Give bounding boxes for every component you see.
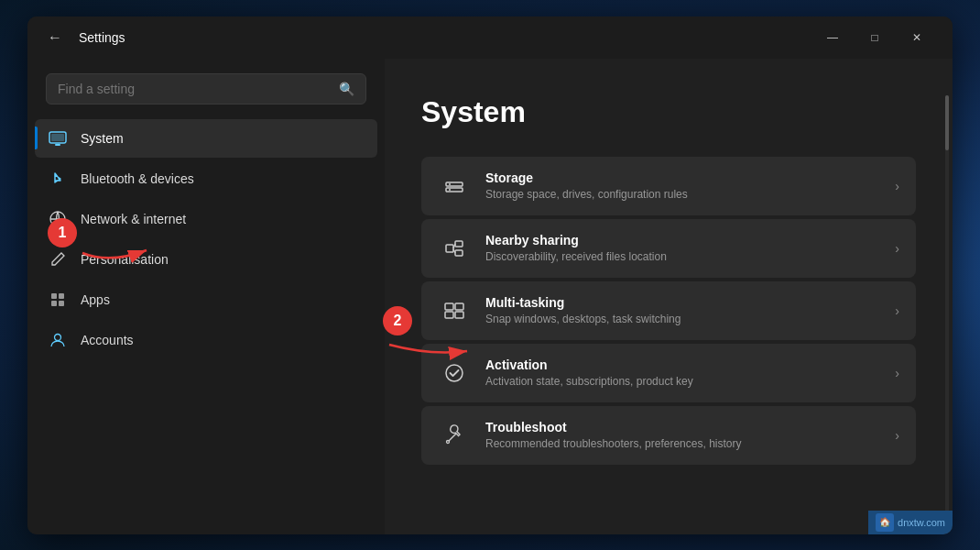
svg-rect-5	[59, 293, 64, 299]
sidebar-item-bluetooth[interactable]: Bluetooth & devices	[35, 160, 377, 198]
svg-point-8	[55, 334, 61, 340]
watermark: 🏠 dnxtw.com	[868, 511, 953, 534]
nearby-sharing-chevron: ›	[895, 241, 899, 256]
titlebar-controls: — □ ✕	[811, 21, 938, 54]
badge-2: 2	[383, 306, 412, 336]
multi-tasking-desc: Snap windows, desktops, task switching	[485, 313, 880, 325]
close-button[interactable]: ✕	[896, 21, 938, 54]
sidebar-label-bluetooth: Bluetooth & devices	[81, 171, 194, 186]
svg-rect-15	[455, 250, 463, 256]
apps-icon	[48, 290, 68, 310]
storage-title: Storage	[485, 170, 880, 185]
nav-items: System Bluetooth & devices	[27, 119, 385, 534]
multi-tasking-chevron: ›	[895, 303, 899, 318]
setting-item-storage[interactable]: Storage Storage space, drives, configura…	[421, 157, 916, 215]
svg-rect-13	[446, 245, 453, 252]
nearby-sharing-desc: Discoverability, received files location	[485, 250, 880, 263]
maximize-button[interactable]: □	[854, 21, 896, 54]
storage-text: Storage Storage space, drives, configura…	[485, 170, 880, 201]
setting-item-nearby-sharing[interactable]: Nearby sharing Discoverability, received…	[421, 219, 916, 278]
accounts-icon	[48, 330, 68, 350]
svg-point-20	[446, 365, 463, 381]
titlebar-left: ← Settings	[42, 25, 811, 50]
content-area: 🔍 System	[27, 59, 953, 534]
troubleshoot-chevron: ›	[895, 428, 899, 443]
sidebar-item-network[interactable]: Network & internet	[35, 200, 377, 238]
setting-item-multi-tasking[interactable]: Multi-tasking Snap windows, desktops, ta…	[421, 281, 916, 340]
sidebar-label-accounts: Accounts	[81, 333, 134, 347]
sidebar-item-personalisation[interactable]: Personalisation	[35, 240, 377, 279]
sidebar-item-accounts[interactable]: Accounts	[35, 321, 377, 359]
search-container: 🔍	[27, 66, 385, 119]
back-button[interactable]: ←	[42, 25, 68, 50]
storage-desc: Storage space, drives, configuration rul…	[485, 188, 880, 201]
svg-rect-7	[59, 301, 64, 306]
multi-tasking-icon	[438, 294, 471, 327]
minimize-button[interactable]: —	[811, 21, 854, 54]
watermark-text: dnxtw.com	[898, 517, 945, 528]
main-content: System Storage Storage space,	[385, 59, 953, 534]
sidebar-item-system[interactable]: System	[35, 119, 377, 158]
sidebar-label-apps: Apps	[81, 292, 110, 307]
setting-item-troubleshoot[interactable]: Troubleshoot Recommended troubleshooters…	[421, 406, 916, 465]
bluetooth-icon	[48, 169, 68, 189]
svg-rect-2	[51, 134, 64, 141]
badge-1: 1	[48, 218, 77, 248]
window-title: Settings	[79, 30, 125, 45]
nearby-sharing-icon	[438, 232, 471, 265]
nearby-sharing-title: Nearby sharing	[485, 233, 880, 248]
troubleshoot-text: Troubleshoot Recommended troubleshooters…	[485, 420, 880, 450]
svg-rect-6	[51, 301, 57, 306]
search-icon: 🔍	[339, 82, 354, 96]
personalisation-icon	[48, 249, 68, 270]
search-input[interactable]	[58, 82, 330, 96]
troubleshoot-icon	[438, 419, 471, 452]
svg-rect-17	[455, 303, 463, 310]
svg-rect-19	[455, 312, 463, 318]
system-icon	[48, 128, 68, 148]
svg-rect-16	[445, 303, 453, 310]
activation-text: Activation Activation state, subscriptio…	[485, 358, 880, 388]
watermark-icon: 🏠	[876, 513, 894, 532]
troubleshoot-desc: Recommended troubleshooters, preferences…	[485, 437, 880, 450]
sidebar-label-network: Network & internet	[81, 212, 186, 226]
svg-rect-14	[455, 241, 463, 247]
svg-rect-10	[446, 188, 463, 192]
svg-rect-4	[51, 293, 57, 299]
sidebar: 🔍 System	[27, 59, 385, 534]
activation-icon	[438, 357, 471, 390]
page-title: System	[421, 95, 916, 129]
svg-point-21	[447, 440, 450, 443]
activation-desc: Activation state, subscriptions, product…	[485, 375, 880, 388]
nearby-sharing-text: Nearby sharing Discoverability, received…	[485, 233, 880, 263]
settings-list: Storage Storage space, drives, configura…	[421, 157, 916, 465]
sidebar-item-apps[interactable]: Apps	[35, 280, 377, 319]
settings-window: ← Settings — □ ✕ 🔍	[27, 16, 953, 534]
svg-rect-9	[446, 182, 463, 186]
titlebar: ← Settings — □ ✕	[27, 16, 953, 59]
setting-item-activation[interactable]: Activation Activation state, subscriptio…	[421, 344, 916, 402]
svg-rect-18	[445, 312, 453, 318]
search-box[interactable]: 🔍	[46, 73, 366, 104]
multi-tasking-title: Multi-tasking	[485, 295, 880, 310]
sidebar-label-personalisation: Personalisation	[81, 252, 169, 267]
scrollbar-track[interactable]	[945, 95, 949, 525]
activation-title: Activation	[485, 358, 880, 372]
multi-tasking-text: Multi-tasking Snap windows, desktops, ta…	[485, 295, 880, 325]
activation-chevron: ›	[895, 366, 899, 380]
storage-icon	[438, 170, 471, 203]
sidebar-label-system: System	[81, 131, 124, 146]
troubleshoot-title: Troubleshoot	[485, 420, 880, 434]
scrollbar-thumb[interactable]	[945, 95, 949, 150]
storage-chevron: ›	[895, 179, 899, 193]
svg-rect-1	[55, 144, 60, 146]
